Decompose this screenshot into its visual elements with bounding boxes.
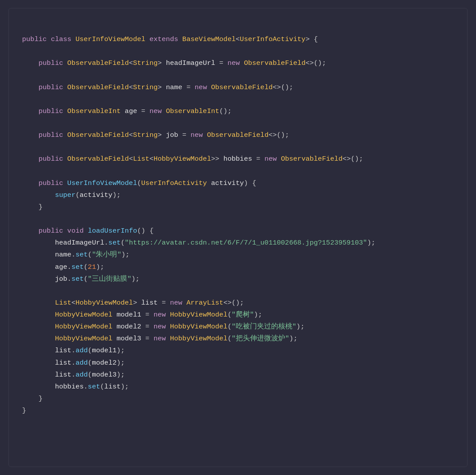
line-2: public ObservableField<String> headImage… (22, 59, 326, 67)
code-editor: public class UserInfoViewModel extends B… (8, 8, 468, 467)
line-6: public ObservableField<List<HobbyViewMod… (22, 155, 363, 163)
line-8: public void loadUserInfo() { headImageUr… (22, 227, 375, 415)
line-4: public ObservableInt age = new Observabl… (22, 107, 231, 115)
code-content: public class UserInfoViewModel extends B… (22, 22, 454, 429)
line-3: public ObservableField<String> name = ne… (22, 83, 293, 91)
line-5: public ObservableField<String> job = new… (22, 131, 289, 139)
line-1: public class UserInfoViewModel extends B… (22, 35, 318, 43)
line-7: public UserInfoViewModel(UserInfoActivit… (22, 179, 256, 211)
